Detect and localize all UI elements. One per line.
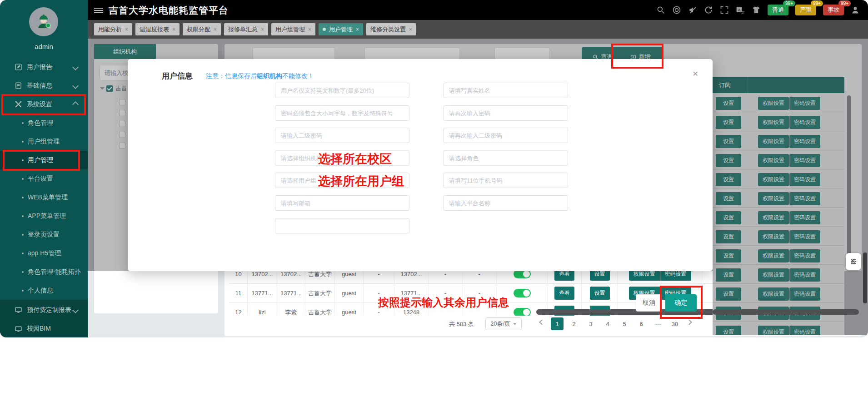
permission-settings-button[interactable]: 权限设置 (758, 230, 789, 243)
close-icon[interactable] (691, 69, 700, 78)
column-settings-button[interactable] (846, 253, 861, 270)
sidebar-subitem-usergroup-mgmt[interactable]: 用户组管理 (0, 132, 88, 151)
sidebar-item-system-settings[interactable]: 系统设置 (0, 95, 88, 114)
password-settings-button[interactable]: 密码设置 (789, 287, 820, 301)
permission-settings-button[interactable]: 权限设置 (758, 271, 789, 282)
page-number[interactable]: 1 (551, 317, 564, 330)
set-button[interactable]: 设置 (716, 154, 741, 167)
permission-settings-button[interactable]: 权限设置 (758, 135, 789, 148)
checkbox[interactable] (119, 99, 125, 105)
close-icon[interactable] (356, 26, 359, 33)
page-ellipsis[interactable]: ··· (652, 317, 664, 330)
org-tab[interactable]: 组织机构 (94, 44, 156, 59)
set-button[interactable]: 设置 (716, 249, 741, 262)
password-settings-button[interactable]: 密码设置 (789, 173, 820, 186)
set-button[interactable]: 设置 (716, 116, 741, 129)
fullscreen-icon[interactable] (720, 5, 729, 15)
page-number[interactable]: 3 (584, 317, 597, 330)
phone-input[interactable] (443, 173, 568, 188)
page-number[interactable]: 4 (601, 317, 614, 330)
tab-repair-summary[interactable]: 报修单汇总 (224, 23, 268, 35)
permission-settings-button[interactable]: 权限设置 (758, 211, 789, 224)
password-settings-button[interactable]: 密码设置 (789, 230, 820, 243)
sidebar-subitem-role-mgmt[interactable]: 角色管理 (0, 114, 88, 132)
sidebar-item-basic-info[interactable]: 基础信息 (0, 76, 88, 95)
second-password-input[interactable] (275, 128, 409, 143)
sidebar-subitem-app-h5[interactable]: app H5管理 (0, 244, 88, 262)
mute-icon[interactable] (688, 5, 697, 15)
close-icon[interactable] (261, 26, 264, 33)
set-button[interactable]: 设置 (716, 173, 741, 186)
set-button[interactable]: 设置 (716, 211, 741, 224)
close-icon[interactable] (308, 26, 311, 33)
tab-humidity-report[interactable]: 温湿度报表 (135, 23, 180, 35)
prev-page-button[interactable] (539, 320, 543, 325)
help-icon[interactable] (672, 5, 681, 15)
tab-energy-analysis[interactable]: 用能分析 (94, 23, 132, 35)
set-button[interactable]: 设置 (716, 135, 741, 148)
alarm-badge-normal[interactable]: 普通 99+ (768, 5, 788, 15)
sidebar-subitem-personal-info[interactable]: 个人信息 (0, 281, 88, 300)
email-input[interactable] (275, 195, 409, 211)
set-button[interactable]: 设置 (716, 97, 741, 110)
password-settings-button[interactable]: 密码设置 (789, 326, 820, 335)
password-input[interactable] (275, 105, 409, 121)
sidebar-subitem-user-mgmt[interactable]: 用户管理 (0, 151, 88, 169)
tab-permission[interactable]: 权限分配 (183, 23, 221, 35)
view-button[interactable]: 查看 (554, 287, 574, 300)
menu-toggle-icon[interactable] (94, 6, 103, 14)
page-number[interactable]: 30 (668, 317, 681, 330)
platform-title-input[interactable] (443, 195, 568, 211)
sidebar-subitem-app-menu[interactable]: APP菜单管理 (0, 207, 88, 225)
checkbox[interactable] (119, 132, 125, 138)
checkbox-checked[interactable] (106, 85, 113, 92)
page-number[interactable]: 5 (618, 317, 631, 330)
close-icon[interactable] (214, 26, 217, 33)
password-settings-button[interactable]: 密码设置 (789, 154, 820, 167)
tree-expand-icon[interactable] (100, 87, 105, 90)
horizontal-scrollbar[interactable] (713, 309, 859, 315)
next-page-button[interactable] (687, 320, 692, 325)
role-select[interactable] (443, 150, 568, 166)
permission-settings-button[interactable]: 权限设置 (758, 116, 789, 129)
sidebar-item-user-report[interactable]: 用户报告 (0, 58, 88, 76)
sidebar-subitem-login-page[interactable]: 登录页设置 (0, 225, 88, 244)
permission-settings-button[interactable]: 权限设置 (758, 97, 789, 110)
page-number[interactable]: 2 (568, 317, 580, 330)
translate-icon[interactable]: A文 (736, 5, 745, 15)
subscribe-toggle[interactable] (514, 289, 531, 297)
set-button[interactable]: 设置 (716, 192, 741, 205)
tab-usergroup-mgmt[interactable]: 用户组管理 (271, 23, 315, 35)
page-size-select[interactable]: 20条/页 (485, 317, 522, 330)
username-input[interactable] (275, 83, 409, 98)
sidebar-item-prepaid-reports[interactable]: 预付费定制报表 (0, 300, 88, 320)
set-button[interactable]: 设置 (716, 230, 741, 243)
password-settings-button[interactable]: 密码设置 (789, 249, 820, 262)
set-button[interactable]: 设置 (716, 287, 741, 301)
close-icon[interactable] (409, 26, 412, 33)
alarm-badge-accident[interactable]: 事故 99+ (823, 5, 844, 15)
password-settings-button[interactable]: 密码设置 (789, 192, 820, 205)
checkbox[interactable] (119, 110, 125, 116)
permission-settings-button[interactable]: 权限设置 (758, 192, 789, 205)
tab-repair-category[interactable]: 维修分类设置 (366, 23, 416, 35)
subscribe-toggle[interactable] (514, 308, 531, 316)
alarm-badge-severe[interactable]: 严重 99+ (795, 5, 816, 15)
set-button[interactable]: 设置 (716, 271, 741, 282)
cancel-button[interactable]: 取消 (636, 294, 662, 312)
permission-settings-button[interactable]: 权限设置 (758, 154, 789, 167)
sidebar-item-campus-bim[interactable]: 校园BIM (0, 320, 88, 337)
password-settings-button[interactable]: 密码设置 (789, 97, 820, 110)
third-party-username-input[interactable] (275, 218, 409, 233)
password-settings-button[interactable]: 密码设置 (789, 135, 820, 148)
checkbox[interactable] (119, 121, 125, 127)
sidebar-subitem-web-menu[interactable]: WEB菜单管理 (0, 188, 88, 207)
password-settings-button[interactable]: 密码设置 (789, 271, 820, 282)
password-settings-button[interactable]: 密码设置 (789, 211, 820, 224)
vertical-scrollbar[interactable] (847, 95, 851, 268)
sidebar-subitem-platform-settings[interactable]: 平台设置 (0, 169, 88, 188)
set-button[interactable]: 设置 (716, 326, 741, 335)
password-confirm-input[interactable] (443, 105, 568, 121)
refresh-icon[interactable] (704, 5, 713, 15)
checkbox[interactable] (119, 143, 125, 149)
